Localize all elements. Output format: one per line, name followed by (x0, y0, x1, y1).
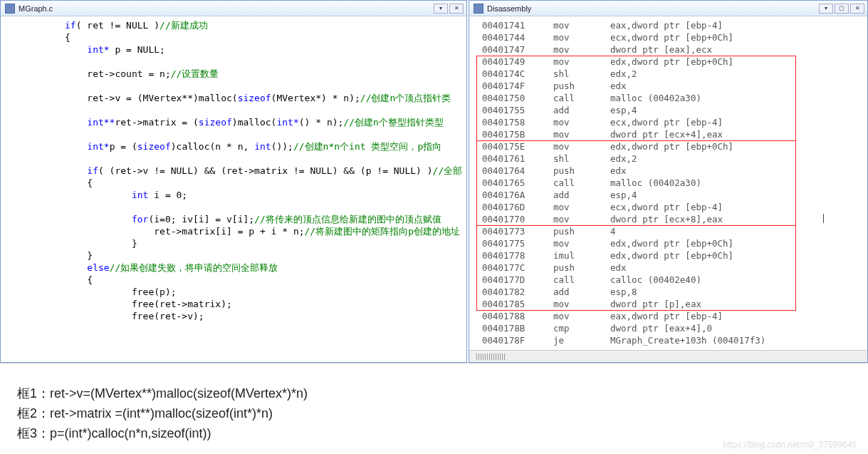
asm-row: 00401785movdword ptr [p],eax (482, 298, 867, 310)
code-body[interactable]: if( ret != NULL )//新建成功 { int* p = NULL;… (1, 16, 466, 362)
asm-row: 0040178FjeMGraph_Create+103h (004017f3) (482, 334, 867, 346)
asm-row: 00401750callmalloc (00402a30) (482, 92, 867, 104)
asm-row: 00401782addesp,8 (482, 286, 867, 298)
asm-title: Disassembly (487, 4, 819, 13)
note-line-1: 框1：ret->v=(MVertex**)malloc(sizeof(MVert… (17, 383, 868, 403)
text-caret: | (822, 212, 825, 224)
asm-row: 00401788moveax,dword ptr [ebp-4] (482, 310, 867, 322)
disassembly-window: Disassembly ▾ ▢ ✕ 00401741moveax,dword p… (469, 0, 868, 363)
scrollbar-thumb[interactable] (476, 354, 505, 360)
asm-icon (474, 4, 483, 14)
asm-row: 00401764pushedx (482, 165, 867, 177)
asm-row: 0040174Cshledx,2 (482, 68, 867, 80)
asm-titlebar[interactable]: Disassembly ▾ ▢ ✕ (469, 1, 867, 16)
asm-row: 0040176Aaddesp,4 (482, 189, 867, 201)
asm-row: 00401741moveax,dword ptr [ebp-4] (482, 19, 867, 31)
asm-row: 0040177Dcallcalloc (00402e40) (482, 274, 867, 286)
code-titlebar[interactable]: MGraph.c ▾ ✕ (1, 1, 466, 16)
asm-row: 0040175Bmovdword ptr [ecx+4],eax (482, 128, 867, 140)
asm-row: 0040174Fpushedx (482, 80, 867, 92)
code-title: MGraph.c (19, 4, 434, 13)
asm-row: 00401749movedx,dword ptr [ebp+0Ch] (482, 56, 867, 68)
source-code: if( ret != NULL )//新建成功 { int* p = NULL;… (1, 16, 466, 325)
asm-row: 00401758movecx,dword ptr [ebp-4] (482, 116, 867, 128)
asm-row: 00401761shledx,2 (482, 153, 867, 165)
asm-row: 0040178Bcmpdword ptr [eax+4],0 (482, 322, 867, 334)
asm-row: 0040176Dmovecx,dword ptr [ebp-4] (482, 201, 867, 213)
source-code-window: MGraph.c ▾ ✕ if( ret != NULL )//新建成功 { i… (0, 0, 467, 363)
asm-row: 00401747movdword ptr [eax],ecx (482, 43, 867, 56)
scrollbar[interactable] (469, 350, 867, 362)
asm-row: 00401770movdword ptr [ecx+8],eax (482, 213, 867, 225)
asm-row: 0040177Cpushedx (482, 262, 867, 274)
disassembly-listing: 00401741moveax,dword ptr [ebp-4]00401744… (469, 16, 867, 349)
annotation-notes: 框1：ret->v=(MVertex**)malloc(sizeof(MVert… (0, 363, 868, 443)
asm-row: 0040175Emovedx,dword ptr [ebp+0Ch] (482, 140, 867, 153)
asm-row: 00401778imuledx,dword ptr [ebp+0Ch] (482, 249, 867, 262)
asm-row: 00401755addesp,4 (482, 104, 867, 116)
close-button[interactable]: ✕ (850, 4, 864, 14)
dropdown-button[interactable]: ▾ (819, 4, 833, 14)
maximize-button[interactable]: ▢ (835, 4, 849, 14)
asm-row: 00401773push4 (482, 225, 867, 237)
asm-row: 00401775movedx,dword ptr [ebp+0Ch] (482, 237, 867, 249)
dropdown-button[interactable]: ▾ (434, 4, 448, 14)
asm-body[interactable]: 00401741moveax,dword ptr [ebp-4]00401744… (469, 16, 867, 350)
asm-row: 00401765callmalloc (00402a30) (482, 177, 867, 189)
close-button[interactable]: ✕ (449, 4, 464, 14)
asm-row: 00401744movecx,dword ptr [ebp+0Ch] (482, 31, 867, 43)
watermark: https://blog.csdn.net/m0_37599645 (723, 440, 857, 450)
note-line-2: 框2：ret->matrix =(int**)malloc(sizeof(int… (17, 403, 868, 423)
file-icon (5, 4, 15, 14)
